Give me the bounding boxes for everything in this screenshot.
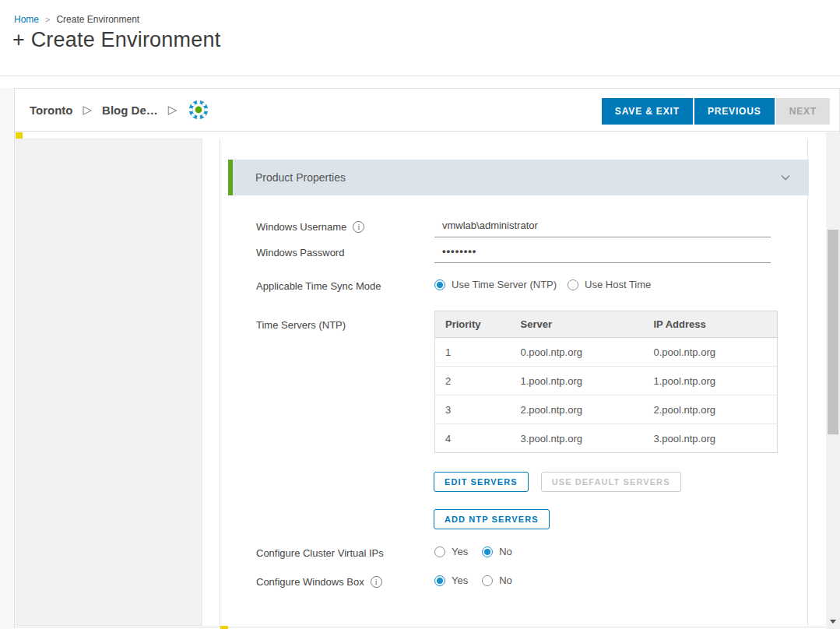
add-ntp-row: ADD NTP SERVERS	[434, 509, 550, 529]
radio-icon[interactable]	[434, 575, 445, 586]
next-button: NEXT	[776, 98, 830, 125]
windows-box-label: Configure Windows Box	[256, 575, 434, 588]
breadcrumb-home-link[interactable]: Home	[14, 14, 39, 25]
time-sync-options: Use Time Server (NTP) Use Host Time	[434, 279, 662, 290]
cluster-vips-label: Configure Cluster Virtual IPs	[256, 546, 434, 559]
accordion-title: Product Properties	[255, 171, 346, 184]
radio-option-ntp[interactable]: Use Time Server (NTP)	[434, 279, 557, 290]
highlight-marker	[220, 626, 228, 629]
page-gutter	[0, 88, 14, 629]
info-icon[interactable]	[371, 576, 382, 588]
radio-option-yes[interactable]: Yes	[434, 546, 468, 557]
windows-username-label: Windows Username	[256, 220, 434, 233]
chevron-down-icon[interactable]	[779, 171, 792, 184]
step-datacenter[interactable]: Toronto	[30, 104, 73, 117]
info-icon[interactable]	[353, 221, 364, 233]
save-exit-button[interactable]: SAVE & EXIT	[602, 98, 693, 125]
table-row: 21.pool.ntp.org1.pool.ntp.org	[435, 367, 778, 395]
field-cluster-vips: Configure Cluster Virtual IPs Yes No	[256, 546, 526, 559]
page: Home > Create Environment + Create Envir…	[0, 0, 840, 629]
wizard-card: Toronto ▷ Blog De… ▷ SAVE & EXIT PREVIOU…	[14, 88, 840, 627]
radio-icon[interactable]	[482, 575, 493, 586]
radio-icon[interactable]	[568, 279, 578, 290]
product-properties-panel: Product Properties Windows Username vmwl…	[220, 139, 808, 627]
time-servers-label: Time Servers (NTP)	[256, 311, 434, 331]
step-arrow-icon: ▷	[168, 103, 177, 117]
previous-button[interactable]: PREVIOUS	[694, 98, 775, 125]
breadcrumb-current: Create Environment	[56, 14, 139, 25]
windows-box-options: Yes No	[434, 575, 526, 586]
windows-password-input[interactable]: ••••••••	[434, 245, 771, 263]
ntp-table-body: 10.pool.ntp.org0.pool.ntp.org21.pool.ntp…	[435, 338, 778, 453]
scrollbar-thumb[interactable]	[828, 230, 838, 434]
table-row: 32.pool.ntp.org2.pool.ntp.org	[435, 395, 778, 424]
table-row: 43.pool.ntp.org3.pool.ntp.org	[435, 424, 778, 453]
field-windows-box: Configure Windows Box Yes No	[256, 575, 526, 588]
column-server: Server	[511, 311, 644, 338]
cluster-vips-options: Yes No	[434, 546, 526, 557]
scrollbar-down-arrow-icon[interactable]	[826, 615, 840, 627]
column-priority: Priority	[435, 311, 511, 338]
navigation-sidebar	[16, 139, 202, 626]
step-arrow-icon: ▷	[83, 103, 93, 117]
radio-option-no[interactable]: No	[482, 546, 512, 557]
page-title: + Create Environment	[12, 28, 220, 52]
time-sync-mode-label: Applicable Time Sync Mode	[256, 279, 434, 292]
edit-servers-button[interactable]: EDIT SERVERS	[434, 472, 529, 492]
radio-option-no[interactable]: No	[482, 575, 512, 586]
table-header-row: Priority Server IP Address	[435, 311, 778, 338]
radio-option-yes[interactable]: Yes	[434, 575, 468, 586]
breadcrumb-separator-icon: >	[45, 15, 50, 24]
ntp-servers-table: Priority Server IP Address 10.pool.ntp.o…	[434, 311, 778, 453]
add-ntp-servers-button[interactable]: ADD NTP SERVERS	[434, 509, 550, 529]
use-default-servers-button: USE DEFAULT SERVERS	[541, 472, 681, 492]
field-windows-password: Windows Password ••••••••	[256, 245, 771, 263]
product-gear-icon[interactable]	[188, 100, 209, 120]
wizard-actions: SAVE & EXIT PREVIOUS NEXT	[602, 98, 830, 125]
column-ip-address: IP Address	[644, 311, 778, 338]
header-divider	[0, 76, 840, 76]
step-environment[interactable]: Blog De…	[102, 104, 158, 117]
breadcrumb: Home > Create Environment	[14, 14, 139, 25]
radio-icon[interactable]	[482, 546, 493, 557]
accordion-header-product-properties[interactable]: Product Properties	[228, 160, 809, 195]
table-row: 10.pool.ntp.org0.pool.ntp.org	[435, 338, 778, 367]
vertical-scrollbar[interactable]	[826, 132, 840, 629]
wizard-toolbar: Toronto ▷ Blog De… ▷ SAVE & EXIT PREVIOU…	[15, 89, 839, 132]
server-buttons-row: EDIT SERVERS USE DEFAULT SERVERS	[434, 472, 681, 492]
windows-username-input[interactable]: vmwlab\administrator	[434, 220, 771, 237]
field-time-servers: Time Servers (NTP) Priority Server IP Ad…	[256, 311, 778, 453]
field-time-sync-mode: Applicable Time Sync Mode Use Time Serve…	[256, 279, 662, 292]
field-windows-username: Windows Username vmwlab\administrator	[256, 220, 771, 237]
radio-icon[interactable]	[434, 546, 445, 557]
radio-icon[interactable]	[434, 279, 445, 290]
windows-password-label: Windows Password	[256, 245, 434, 258]
radio-option-host-time[interactable]: Use Host Time	[568, 279, 651, 290]
